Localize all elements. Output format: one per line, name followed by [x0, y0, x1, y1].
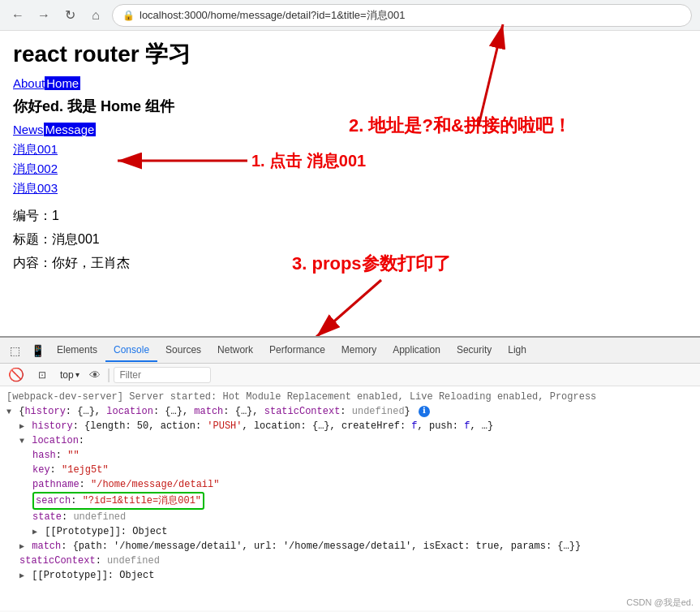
console-content: [webpack-dev-server] Server started: Hot…: [0, 386, 700, 610]
devtools-panel: ⬚ 📱 Elements Console Sources Network Per…: [0, 336, 700, 612]
toolbar-divider: |: [107, 366, 111, 383]
search-highlight-box: search: "?id=1&title=消息001": [32, 492, 204, 510]
tab-network[interactable]: Network: [209, 339, 261, 362]
console-line-webpack: [webpack-dev-server] Server started: Hot…: [6, 390, 694, 404]
tab-sources[interactable]: Sources: [157, 339, 209, 362]
tab-elements[interactable]: Elements: [49, 339, 105, 362]
toggle-console-btn[interactable]: ⊡: [31, 364, 54, 386]
svg-line-3: [316, 280, 381, 337]
clear-console-btn[interactable]: 🚫: [5, 364, 28, 386]
tab-lighthouse[interactable]: Ligh: [500, 339, 535, 362]
console-line-history: ▶ history: {length: 50, action: 'PUSH', …: [6, 419, 694, 433]
browser-chrome: ← → ↻ ⌂ 🔒 localhost:3000/home/message/de…: [0, 0, 700, 31]
detail-title: 标题：消息001: [13, 228, 687, 252]
devtools-inspect-btn[interactable]: ⬚: [3, 339, 26, 362]
console-line-prototype2: ▶ [[Prototype]]: Object: [6, 568, 694, 583]
url-text: localhost:3000/home/message/detail?id=1&…: [140, 8, 405, 23]
context-selector[interactable]: top ▾: [57, 368, 83, 382]
home-button[interactable]: ⌂: [86, 6, 105, 25]
news-link[interactable]: News: [13, 123, 44, 136]
annotation-2: 2. 地址是?和&拼接的啦吧！: [349, 114, 571, 138]
back-button[interactable]: ←: [8, 6, 28, 25]
console-line-pathname: pathname: "/home/message/detail": [6, 477, 694, 492]
about-link[interactable]: About: [13, 76, 45, 90]
tab-memory[interactable]: Memory: [333, 339, 384, 362]
expand-location[interactable]: ▼: [19, 437, 24, 446]
devtools-device-btn[interactable]: 📱: [26, 339, 49, 362]
info-icon: ℹ: [419, 406, 430, 417]
expand-props[interactable]: ▼: [6, 407, 11, 416]
console-line-key: key: "1ejg5t": [6, 463, 694, 477]
home-link[interactable]: Home: [45, 76, 80, 90]
devtools-tabs: ⬚ 📱 Elements Console Sources Network Per…: [0, 338, 700, 364]
reload-button[interactable]: ↻: [60, 6, 79, 25]
tab-application[interactable]: Application: [384, 339, 449, 362]
console-line-props-obj: ▼ {history: {…}, location: {…}, match: {…: [6, 404, 694, 419]
tab-console[interactable]: Console: [105, 339, 157, 362]
expand-proto1[interactable]: ▶: [32, 528, 37, 537]
expand-match[interactable]: ▶: [19, 542, 24, 551]
message-link[interactable]: Message: [44, 123, 97, 136]
main-nav: About Home: [13, 76, 687, 90]
expand-proto2[interactable]: ▶: [19, 571, 24, 580]
context-dropdown-icon: ▾: [75, 370, 79, 379]
console-line-state: state: undefined: [6, 510, 694, 524]
annotation-1: 1. 点击 消息001: [251, 150, 366, 172]
expand-history[interactable]: ▶: [19, 422, 24, 431]
address-bar[interactable]: 🔒 localhost:3000/home/message/detail?id=…: [112, 4, 692, 27]
console-line-location-open: ▼ location:: [6, 433, 694, 448]
page-title: react router 学习: [13, 39, 687, 70]
console-line-search: search: "?id=1&title=消息001": [6, 492, 694, 510]
tab-security[interactable]: Security: [449, 339, 500, 362]
context-label: top: [60, 369, 74, 381]
lock-icon: 🔒: [122, 10, 135, 21]
detail-id: 编号：1: [13, 205, 687, 228]
annotation-3: 3. props参数打印了: [292, 252, 451, 276]
console-line-static: staticContext: undefined: [6, 554, 694, 568]
message-003-link[interactable]: 消息003: [13, 179, 687, 198]
forward-button[interactable]: →: [34, 6, 54, 25]
console-line-hash: hash: "": [6, 448, 694, 463]
props-text: {history: {…}, location: {…}, match: {…}…: [19, 406, 410, 417]
tab-performance[interactable]: Performance: [261, 339, 333, 362]
csdn-watermark: CSDN @我是ed.: [626, 597, 694, 609]
console-filter-input[interactable]: [114, 367, 211, 383]
console-line-prototype1: ▶ [[Prototype]]: Object: [6, 524, 694, 539]
eye-icon[interactable]: 👁: [86, 366, 104, 384]
console-line-match: ▶ match: {path: '/home/message/detail', …: [6, 539, 694, 554]
devtools-toolbar: 🚫 ⊡ top ▾ 👁 |: [0, 364, 700, 386]
